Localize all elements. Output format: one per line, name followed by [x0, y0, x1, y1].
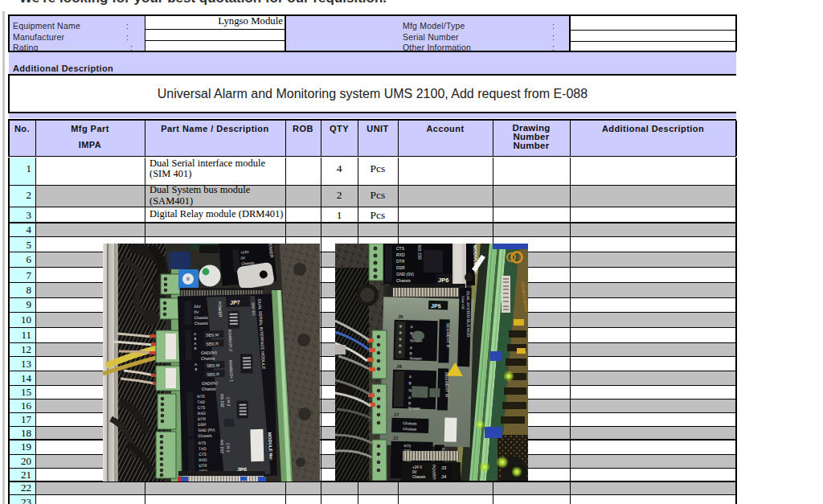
svg-text:SIM 401: SIM 401 [251, 301, 256, 316]
svg-text:+24V: +24V [240, 249, 249, 254]
svg-text:RS 232: RS 232 [219, 393, 225, 407]
svg-text:DUAL SYSTEM BUS MOD: DUAL SYSTEM BUS MOD [466, 291, 471, 338]
svg-text:DTR: DTR [396, 259, 405, 264]
svg-text:B: B [194, 367, 197, 371]
svg-text:+24 V: +24 V [412, 465, 423, 469]
svg-text:Screen: Screen [409, 356, 422, 360]
svg-text:DTR: DTR [197, 416, 206, 420]
svg-text:RS 232: RS 232 [417, 245, 423, 260]
svg-text:CH 1: CH 1 [225, 442, 231, 452]
svg-text:J1: J1 [393, 436, 399, 440]
svg-text:DSR: DSR [396, 265, 405, 270]
svg-text:GND (0V): GND (0V) [198, 428, 215, 432]
svg-text:POWER: POWER [217, 301, 223, 317]
svg-text:B: B [410, 351, 412, 355]
svg-text:SEG.M: SEG.M [207, 363, 219, 367]
svg-text:RXD: RXD [199, 457, 207, 461]
svg-text:TXD: TXD [197, 400, 205, 404]
svg-text:Chassis: Chassis [198, 433, 212, 437]
svg-text:DTR: DTR [199, 463, 207, 467]
svg-text:J6: J6 [396, 364, 402, 369]
svg-text:0V: 0V [412, 470, 418, 474]
svg-text:A: A [194, 362, 197, 366]
svg-text:JP5: JP5 [431, 303, 441, 309]
svg-text:SEGMENT R: SEGMENT R [446, 322, 451, 347]
svg-text:SEG.M: SEG.M [206, 333, 219, 337]
svg-text:J3: J3 [441, 465, 447, 470]
svg-text:DSR: DSR [198, 422, 207, 426]
svg-text:JP6: JP6 [438, 277, 448, 284]
svg-text:Chassis: Chassis [201, 387, 215, 391]
svg-text:J7: J7 [394, 412, 399, 417]
svg-text:GND(0V): GND(0V) [201, 381, 218, 386]
svg-text:JP7: JP7 [230, 299, 240, 305]
svg-text:J4: J4 [441, 474, 447, 479]
svg-text:Chassis: Chassis [403, 427, 417, 431]
svg-text:SEG.R: SEG.R [207, 372, 219, 376]
svg-text:A: A [194, 331, 196, 335]
svg-text:Screen: Screen [408, 406, 421, 410]
svg-text:CH 2: CH 2 [226, 396, 231, 406]
svg-text:RTS: RTS [197, 394, 205, 398]
svg-text:GND (0V): GND (0V) [396, 272, 414, 277]
svg-text:0V: 0V [194, 309, 199, 313]
svg-text:RXD: RXD [396, 252, 405, 257]
svg-text:B: B [194, 346, 196, 350]
svg-text:J5: J5 [398, 314, 403, 319]
svg-text:TXD: TXD [198, 446, 206, 450]
svg-text:GND(0V): GND(0V) [200, 350, 217, 355]
svg-text:RS 232: RS 232 [219, 439, 224, 453]
svg-text:CTS: CTS [197, 405, 205, 409]
svg-text:24V: 24V [194, 304, 201, 308]
svg-text:RTS: RTS [198, 440, 206, 445]
svg-text:Chassis: Chassis [194, 321, 208, 325]
svg-text:B: B [408, 401, 411, 405]
svg-text:RTS: RTS [404, 444, 412, 448]
svg-text:POWER: POWER [432, 465, 437, 480]
svg-text:A: A [194, 341, 196, 345]
svg-text:Chassis: Chassis [200, 356, 215, 360]
svg-text:SAM 401: SAM 401 [461, 296, 465, 310]
svg-text:CTS: CTS [199, 452, 207, 456]
svg-text:SEG.R: SEG.R [206, 342, 219, 346]
svg-text:Chassis: Chassis [396, 278, 411, 283]
svg-text:Chassis: Chassis [403, 421, 417, 425]
svg-text:Chassis: Chassis [412, 475, 426, 479]
svg-text:CTS: CTS [396, 246, 405, 251]
svg-text:B: B [409, 381, 412, 385]
svg-text:Chassis: Chassis [194, 315, 208, 319]
svg-text:B: B [194, 336, 196, 340]
svg-text:RXD: RXD [197, 411, 206, 415]
